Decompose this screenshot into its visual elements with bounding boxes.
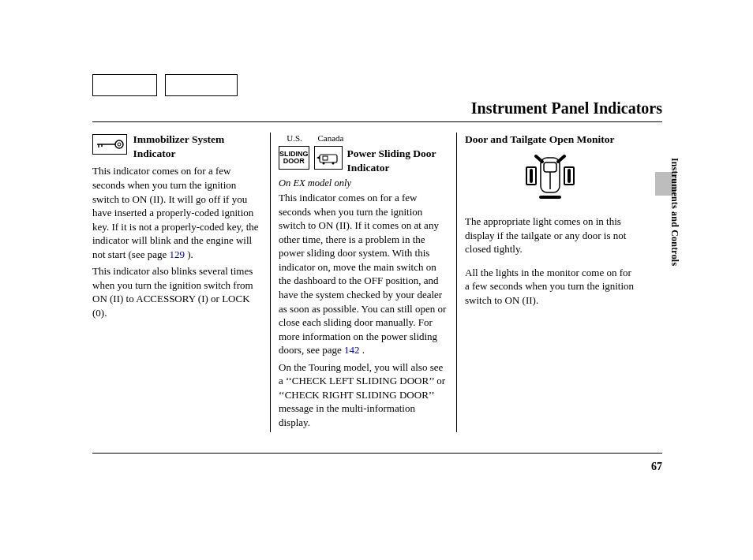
page-link-142[interactable]: 142: [344, 344, 360, 356]
col1-p1-tail: ).: [185, 248, 193, 260]
col2-p1-tail: .: [360, 344, 365, 356]
col1-paragraph-2: This indicator also blinks several times…: [92, 264, 262, 319]
page-number: 67: [651, 461, 662, 473]
top-nav-boxes: [92, 74, 238, 96]
svg-point-8: [332, 162, 334, 164]
door-open-diagram-icon: [495, 151, 605, 203]
label-canada: Canada: [317, 133, 345, 144]
power-sliding-heading: Power Sliding Door Indicator: [347, 147, 448, 175]
footer-rule: [92, 453, 662, 454]
col2-p1-text: This indicator comes on for a few second…: [279, 192, 446, 356]
svg-point-7: [322, 162, 324, 164]
col3-paragraph-2: All the lights in the monitor come on fo…: [465, 266, 635, 308]
door-monitor-heading: Door and Tailgate Open Monitor: [465, 133, 635, 147]
svg-rect-6: [323, 156, 328, 160]
region-labels: U.S. Canada: [280, 133, 448, 144]
column-3: Door and Tailgate Open Monitor: [457, 133, 662, 432]
svg-rect-5: [320, 155, 337, 162]
content-columns: Immobilizer System Indicator This indica…: [92, 133, 662, 432]
immobilizer-heading: Immobilizer System Indicator: [133, 133, 262, 161]
label-us: U.S.: [280, 133, 309, 144]
nav-box-2[interactable]: [165, 74, 238, 96]
col1-paragraph-1: This indicator comes on for a few second…: [92, 164, 262, 261]
ex-model-note: On EX model only: [279, 177, 448, 190]
title-rule: [92, 121, 662, 122]
sliding-door-us-icon: SLIDING DOOR: [279, 146, 309, 170]
nav-box-1[interactable]: [92, 74, 157, 96]
column-1: Immobilizer System Indicator This indica…: [92, 133, 271, 432]
svg-point-1: [118, 143, 121, 146]
sliding-door-canada-icon: [314, 146, 343, 170]
column-2: U.S. Canada SLIDING DOOR Power Sliding D…: [271, 133, 457, 432]
col2-paragraph-1: This indicator comes on for a few second…: [279, 191, 448, 357]
col1-p1-text: This indicator comes on for a few second…: [92, 165, 259, 259]
svg-point-0: [115, 140, 123, 148]
section-label: Instruments and Controls: [669, 158, 680, 266]
manual-page: { "page_title": "Instrument Panel Indica…: [0, 0, 753, 560]
svg-rect-17: [544, 162, 556, 172]
page-link-129[interactable]: 129: [169, 248, 185, 260]
page-title: Instrument Panel Indicators: [471, 99, 662, 118]
col3-paragraph-1: The appropriate light comes on in this d…: [465, 215, 635, 256]
col2-paragraph-2: On the Touring model, you will also see …: [279, 360, 448, 430]
immobilizer-key-icon: [92, 134, 127, 155]
